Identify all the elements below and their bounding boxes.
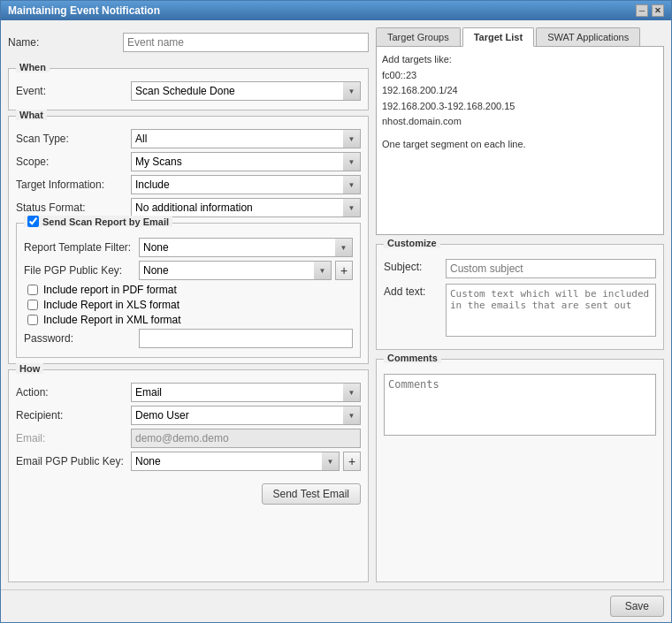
email-pgp-select-wrapper: None ▼ bbox=[131, 452, 340, 471]
tab-content-target-list: Add targets like: fc00::23 192.168.200.1… bbox=[376, 47, 664, 235]
scan-type-select-wrapper: All ▼ bbox=[131, 129, 361, 148]
how-section: How Action: Email ▼ Recipient: bbox=[8, 369, 369, 582]
tab-target-list[interactable]: Target List bbox=[462, 27, 534, 47]
email-report-section: Send Scan Report by Email Report Templat… bbox=[16, 223, 361, 358]
customize-title: Customize bbox=[384, 238, 440, 248]
event-select[interactable]: Scan Schedule Done bbox=[131, 81, 361, 101]
tab-swat-applications[interactable]: SWAT Applications bbox=[536, 27, 640, 46]
target-info-label: Target Information: bbox=[16, 179, 131, 191]
scan-type-label: Scan Type: bbox=[16, 133, 131, 145]
main-window: Maintaining Event Notification ─ ✕ Name:… bbox=[0, 0, 672, 623]
content-area: Name: When Event: Scan Schedule Done ▼ bbox=[1, 20, 671, 589]
password-input[interactable] bbox=[139, 329, 353, 348]
status-format-select-wrapper: No additional information ▼ bbox=[131, 198, 361, 217]
right-panel: Target Groups Target List SWAT Applicati… bbox=[376, 27, 664, 582]
target-info-select[interactable]: Include bbox=[131, 175, 361, 194]
name-row: Name: bbox=[8, 27, 369, 57]
tabs-area: Target Groups Target List SWAT Applicati… bbox=[376, 27, 664, 235]
include-xls-row: Include Report in XLS format bbox=[27, 299, 353, 311]
report-template-select[interactable]: None bbox=[139, 238, 353, 257]
action-select-wrapper: Email ▼ bbox=[131, 383, 361, 402]
save-button[interactable]: Save bbox=[610, 596, 664, 617]
file-pgp-add-button[interactable]: + bbox=[335, 261, 353, 280]
add-text-textarea[interactable] bbox=[446, 284, 656, 337]
recipient-row: Recipient: Demo User ▼ bbox=[16, 406, 361, 425]
email-input bbox=[131, 429, 361, 448]
include-xls-label: Include Report in XLS format bbox=[43, 299, 179, 311]
scope-row: Scope: My Scans ▼ bbox=[16, 152, 361, 171]
when-title: When bbox=[16, 62, 50, 72]
file-pgp-select-wrapper: None ▼ bbox=[139, 261, 332, 280]
recipient-select[interactable]: Demo User bbox=[131, 406, 361, 425]
comments-title: Comments bbox=[384, 353, 441, 363]
event-row: Event: Scan Schedule Done ▼ bbox=[16, 81, 361, 101]
event-label: Event: bbox=[16, 85, 131, 97]
name-input[interactable] bbox=[123, 33, 369, 52]
include-xls-checkbox[interactable] bbox=[27, 300, 38, 310]
scope-select[interactable]: My Scans bbox=[131, 152, 361, 171]
subject-row: Subject: bbox=[384, 259, 656, 278]
tab-bar: Target Groups Target List SWAT Applicati… bbox=[376, 27, 664, 47]
include-pdf-row: Include report in PDF format bbox=[27, 284, 353, 296]
close-button[interactable]: ✕ bbox=[652, 4, 664, 17]
when-section: When Event: Scan Schedule Done ▼ bbox=[8, 68, 369, 110]
email-pgp-add-button[interactable]: + bbox=[343, 452, 361, 471]
include-xml-row: Include Report in XML format bbox=[27, 314, 353, 326]
email-row: Email: bbox=[16, 429, 361, 448]
report-template-row: Report Template Filter: None ▼ bbox=[24, 238, 353, 257]
recipient-select-wrapper: Demo User ▼ bbox=[131, 406, 361, 425]
window-title: Maintaining Event Notification bbox=[8, 4, 160, 17]
what-section: What Scan Type: All ▼ Scope: bbox=[8, 116, 369, 364]
recipient-label: Recipient: bbox=[16, 409, 131, 422]
add-text-label: Add text: bbox=[384, 284, 446, 298]
footer-bar: Save bbox=[1, 589, 671, 622]
title-bar: Maintaining Event Notification ─ ✕ bbox=[1, 1, 671, 20]
subject-label: Subject: bbox=[384, 259, 446, 273]
how-title: How bbox=[16, 363, 43, 374]
target-info-row: Target Information: Include ▼ bbox=[16, 175, 361, 194]
email-report-checkbox[interactable] bbox=[27, 216, 39, 227]
report-template-select-wrapper: None ▼ bbox=[139, 238, 353, 257]
tab-target-groups[interactable]: Target Groups bbox=[376, 27, 461, 46]
include-xml-checkbox[interactable] bbox=[27, 315, 38, 325]
action-label: Action: bbox=[16, 386, 131, 399]
left-panel: Name: When Event: Scan Schedule Done ▼ bbox=[8, 27, 369, 582]
comments-textarea[interactable] bbox=[384, 374, 656, 436]
name-label: Name: bbox=[8, 36, 123, 49]
email-pgp-label: Email PGP Public Key: bbox=[16, 455, 131, 467]
password-label: Password: bbox=[24, 332, 139, 345]
file-pgp-select[interactable]: None bbox=[139, 261, 332, 280]
email-pgp-select[interactable]: None bbox=[131, 452, 340, 471]
email-report-title: Send Scan Report by Email bbox=[24, 216, 172, 227]
scan-type-row: Scan Type: All ▼ bbox=[16, 129, 361, 148]
status-format-row: Status Format: No additional information… bbox=[16, 198, 361, 217]
scope-label: Scope: bbox=[16, 156, 131, 168]
customize-section: Customize Subject: Add text: bbox=[376, 244, 664, 350]
target-info-select-wrapper: Include ▼ bbox=[131, 175, 361, 194]
status-format-label: Status Format: bbox=[16, 201, 131, 214]
include-xml-label: Include Report in XML format bbox=[43, 314, 181, 326]
scope-select-wrapper: My Scans ▼ bbox=[131, 152, 361, 171]
what-title: What bbox=[16, 110, 47, 120]
include-pdf-checkbox[interactable] bbox=[27, 285, 38, 295]
email-pgp-row: Email PGP Public Key: None ▼ + bbox=[16, 452, 361, 471]
report-template-label: Report Template Filter: bbox=[24, 241, 139, 254]
window-controls: ─ ✕ bbox=[636, 4, 664, 17]
include-pdf-label: Include report in PDF format bbox=[43, 284, 177, 296]
add-text-row: Add text: bbox=[384, 284, 656, 337]
action-row: Action: Email ▼ bbox=[16, 383, 361, 402]
comments-section: Comments bbox=[376, 359, 664, 582]
subject-input[interactable] bbox=[446, 259, 656, 278]
status-format-select[interactable]: No additional information bbox=[131, 198, 361, 217]
email-label: Email: bbox=[16, 432, 131, 444]
target-list-hint: Add targets like: fc00::23 192.168.200.1… bbox=[382, 52, 658, 153]
action-select[interactable]: Email bbox=[131, 383, 361, 402]
minimize-button[interactable]: ─ bbox=[636, 4, 648, 17]
scan-type-select[interactable]: All bbox=[131, 129, 361, 148]
send-test-email-button[interactable]: Send Test Email bbox=[262, 483, 362, 505]
password-row: Password: bbox=[24, 329, 353, 348]
event-select-wrapper: Scan Schedule Done ▼ bbox=[131, 81, 361, 101]
file-pgp-label: File PGP Public Key: bbox=[24, 264, 139, 277]
file-pgp-row: File PGP Public Key: None ▼ + bbox=[24, 261, 353, 280]
